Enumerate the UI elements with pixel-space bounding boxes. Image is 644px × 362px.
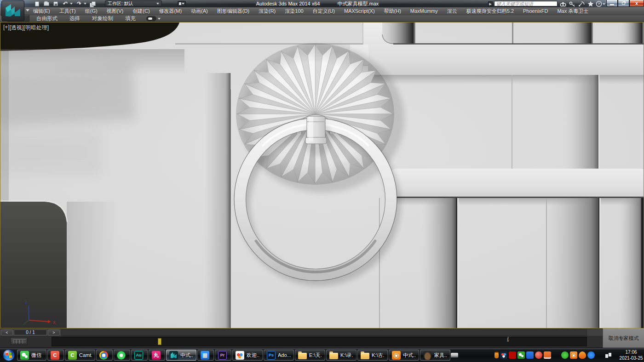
start-button[interactable] bbox=[1, 349, 17, 362]
workspace-selector[interactable]: 工作区: 默认 bbox=[105, 0, 162, 6]
undo-button[interactable]: ↶ bbox=[61, 0, 69, 7]
save-file-button[interactable] bbox=[52, 0, 59, 7]
tray-usb-icon[interactable] bbox=[552, 351, 560, 359]
mini-curve-editor-button[interactable] bbox=[10, 337, 28, 345]
tray-keyboard-icon[interactable] bbox=[451, 353, 458, 357]
tray-camera-icon[interactable] bbox=[570, 351, 577, 359]
redo-button[interactable]: ↷ bbox=[75, 0, 82, 7]
next-frame-button[interactable]: > bbox=[48, 329, 60, 335]
taskbar-camtasia[interactable]: C Camt... bbox=[65, 350, 95, 361]
menu-item[interactable]: 极速瘦身安全归档5.2 bbox=[462, 7, 518, 15]
object-paint-flyout[interactable] bbox=[146, 16, 156, 21]
taskbar-folder-k2[interactable]: K:\古... bbox=[357, 350, 388, 361]
app-menu-caret-icon[interactable] bbox=[26, 9, 29, 11]
taskbar-audition[interactable]: Au bbox=[131, 350, 148, 361]
menu-item[interactable]: 动画(A) bbox=[186, 7, 213, 15]
qat-flyout-button[interactable] bbox=[178, 1, 186, 6]
viewport-menu-item[interactable]: [明暗处理] bbox=[23, 24, 49, 32]
app-label: 中式... bbox=[180, 352, 193, 359]
menu-item[interactable]: 创建(C) bbox=[128, 7, 154, 15]
ribbon-tab[interactable]: 填充 bbox=[119, 15, 142, 22]
menu-item[interactable]: 图形编辑器(D) bbox=[213, 7, 254, 15]
undo-dropdown[interactable] bbox=[70, 3, 73, 5]
help-icon[interactable]: ? bbox=[595, 1, 602, 7]
tray-network-icon[interactable] bbox=[605, 351, 612, 359]
taskbar-premiere[interactable]: Pr bbox=[215, 350, 231, 361]
taskbar-360-browser[interactable] bbox=[114, 350, 130, 361]
timeline-key-marker[interactable] bbox=[158, 338, 161, 345]
tray-pc-manager-icon[interactable] bbox=[526, 351, 534, 359]
tray-updater-icon[interactable] bbox=[561, 351, 569, 359]
minimize-button[interactable] bbox=[606, 0, 618, 7]
menu-item[interactable]: 帮助(H) bbox=[380, 7, 406, 15]
help-dropdown[interactable] bbox=[603, 3, 605, 5]
close-button[interactable]: x bbox=[629, 0, 644, 7]
menu-item[interactable]: 编辑(E) bbox=[29, 7, 55, 15]
previous-frame-button[interactable]: < bbox=[1, 329, 13, 335]
favorites-star-icon[interactable] bbox=[587, 1, 594, 7]
tray-ime-icon[interactable] bbox=[468, 351, 476, 359]
taskbar-wanzi[interactable]: 丸 bbox=[149, 350, 165, 361]
tray-clip-icon[interactable] bbox=[477, 351, 484, 359]
tray-security-icon[interactable] bbox=[579, 351, 586, 359]
taskbar-clock[interactable]: 17:06 2021-03-25 bbox=[614, 349, 644, 362]
taskbar-screenshot-tool[interactable]: 中式... bbox=[389, 350, 419, 361]
open-file-button[interactable] bbox=[42, 0, 50, 7]
viewport-menu-item[interactable]: [+] bbox=[3, 24, 10, 32]
app-icon: Au bbox=[134, 351, 143, 360]
redo-dropdown[interactable] bbox=[84, 3, 86, 5]
taskbar-wechat[interactable]: 微信 bbox=[17, 350, 46, 361]
track-bar[interactable]: 1 bbox=[52, 337, 587, 346]
application-menu-button[interactable] bbox=[1, 0, 24, 21]
menu-item[interactable]: 工具(T) bbox=[55, 7, 80, 15]
tray-docs-icon[interactable] bbox=[500, 351, 507, 359]
viewport-menu-item[interactable]: [透视] bbox=[10, 24, 24, 32]
tray-alert-icon[interactable] bbox=[535, 351, 542, 359]
menu-item[interactable]: 渲云 bbox=[443, 7, 462, 15]
tray-downloader-icon[interactable] bbox=[486, 351, 493, 359]
taskbar-photoshop[interactable]: Ps Ado... bbox=[264, 350, 294, 361]
menu-item[interactable]: 自定义(U) bbox=[308, 7, 339, 15]
taskbar-furniture-image[interactable]: 家具... bbox=[420, 350, 450, 361]
taskbar-folder-e[interactable]: E:\天... bbox=[295, 350, 325, 361]
tray-wechat-icon[interactable] bbox=[518, 351, 525, 359]
tray-volume-icon[interactable] bbox=[596, 351, 604, 359]
ribbon-tab[interactable]: 选择 bbox=[63, 15, 86, 22]
project-folder-button[interactable] bbox=[88, 0, 96, 7]
menu-item[interactable]: MaxMummy bbox=[406, 7, 443, 15]
frame-tick-label: 1 bbox=[505, 338, 511, 342]
tray-vial-icon[interactable] bbox=[494, 352, 499, 358]
menu-item[interactable]: 修改器(M) bbox=[155, 7, 187, 15]
menu-item[interactable]: 组(G) bbox=[80, 7, 102, 15]
key-license-icon[interactable] bbox=[569, 1, 575, 7]
viewport-canvas[interactable]: x z bbox=[0, 23, 644, 328]
taskbar-chrome[interactable] bbox=[96, 350, 113, 361]
search-input[interactable] bbox=[494, 1, 558, 6]
new-scene-button[interactable] bbox=[33, 0, 41, 7]
menu-item[interactable]: 视图(V) bbox=[102, 7, 128, 15]
taskbar-welcome-dialog[interactable]: 欢迎... bbox=[232, 350, 263, 361]
menu-item[interactable]: 渲染100 bbox=[280, 7, 308, 15]
restore-button[interactable] bbox=[618, 0, 629, 7]
menu-item[interactable]: 渲染(R) bbox=[254, 7, 280, 15]
time-slider-track[interactable] bbox=[61, 329, 587, 336]
communication-center-icon[interactable] bbox=[578, 1, 585, 7]
menu-item[interactable]: MAXScript(X) bbox=[339, 7, 380, 15]
menu-item[interactable]: PhoenixFD bbox=[518, 7, 552, 15]
tray-acrobat-icon[interactable] bbox=[509, 351, 516, 359]
binoculars-search-icon[interactable] bbox=[559, 1, 566, 7]
frame-counter[interactable]: 0 / 1 bbox=[14, 329, 47, 335]
taskbar-3dsmax[interactable]: 中式... bbox=[166, 350, 196, 361]
tray-show-hidden-icon[interactable] bbox=[460, 351, 467, 359]
app-label: 欢迎... bbox=[247, 352, 259, 359]
menu-item[interactable]: Max 杀毒卫士 bbox=[552, 7, 593, 15]
taskbar-folder-k1[interactable]: K:\录... bbox=[326, 350, 356, 361]
taskbar-camtasia-recorder[interactable]: C bbox=[47, 350, 64, 361]
ribbon-tab[interactable]: 对象绘制 bbox=[86, 15, 119, 22]
tray-netease-icon[interactable] bbox=[587, 351, 595, 359]
tray-mail-icon[interactable] bbox=[544, 351, 551, 359]
cancel-expert-mode-button[interactable]: 取消专家模式 bbox=[609, 335, 639, 342]
ribbon-tab[interactable]: 自由形式 bbox=[30, 15, 63, 22]
search-history-button[interactable]: ▶ bbox=[488, 1, 493, 6]
taskbar-video-app[interactable]: ▦ bbox=[197, 350, 214, 361]
